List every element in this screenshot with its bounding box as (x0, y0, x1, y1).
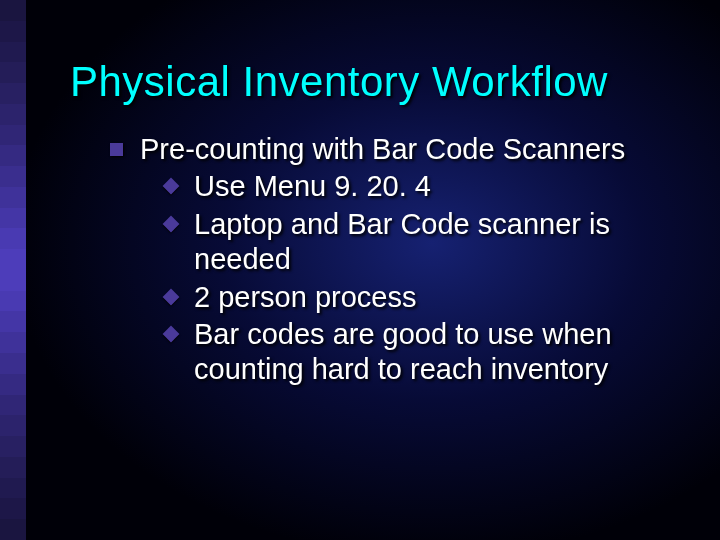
stripe-square (0, 436, 26, 457)
bullet-level2: Bar codes are good to use when counting … (164, 317, 690, 388)
stripe-square (0, 395, 26, 416)
stripe-square (0, 166, 26, 187)
sub-bullet-text: Use Menu 9. 20. 4 (194, 170, 431, 202)
stripe-square (0, 332, 26, 353)
stripe-square (0, 0, 26, 21)
bullet-level2: 2 person process (164, 280, 690, 315)
stripe-square (0, 353, 26, 374)
stripe-square (0, 62, 26, 83)
stripe-square (0, 291, 26, 312)
bullet-level1: Pre-counting with Bar Code Scanners Use … (110, 132, 690, 388)
stripe-square (0, 208, 26, 229)
slide: Physical Inventory Workflow Pre-counting… (0, 0, 720, 540)
diamond-bullet-icon (163, 215, 180, 232)
stripe-square (0, 478, 26, 499)
sub-bullet-text: Laptop and Bar Code scanner is needed (194, 208, 610, 275)
slide-body: Pre-counting with Bar Code Scanners Use … (110, 132, 690, 388)
stripe-square (0, 125, 26, 146)
stripe-square (0, 187, 26, 208)
stripe-square (0, 83, 26, 104)
stripe-square (0, 311, 26, 332)
stripe-square (0, 270, 26, 291)
stripe-square (0, 249, 26, 270)
bullet-level2: Laptop and Bar Code scanner is needed (164, 207, 690, 278)
diamond-bullet-icon (163, 178, 180, 195)
sub-bullet-text: Bar codes are good to use when counting … (194, 318, 612, 385)
stripe-square (0, 519, 26, 540)
diamond-bullet-icon (163, 325, 180, 342)
bullet-text: Pre-counting with Bar Code Scanners (140, 133, 625, 165)
slide-title: Physical Inventory Workflow (70, 58, 690, 106)
stripe-square (0, 104, 26, 125)
stripe-square (0, 498, 26, 519)
decorative-left-stripe (0, 0, 26, 540)
stripe-square (0, 42, 26, 63)
bullet-level2: Use Menu 9. 20. 4 (164, 169, 690, 204)
square-bullet-icon (110, 143, 123, 156)
stripe-square (0, 145, 26, 166)
stripe-square (0, 415, 26, 436)
sub-bullet-text: 2 person process (194, 281, 416, 313)
diamond-bullet-icon (163, 288, 180, 305)
stripe-square (0, 21, 26, 42)
stripe-square (0, 228, 26, 249)
stripe-square (0, 374, 26, 395)
slide-content: Physical Inventory Workflow Pre-counting… (70, 58, 690, 392)
stripe-square (0, 457, 26, 478)
